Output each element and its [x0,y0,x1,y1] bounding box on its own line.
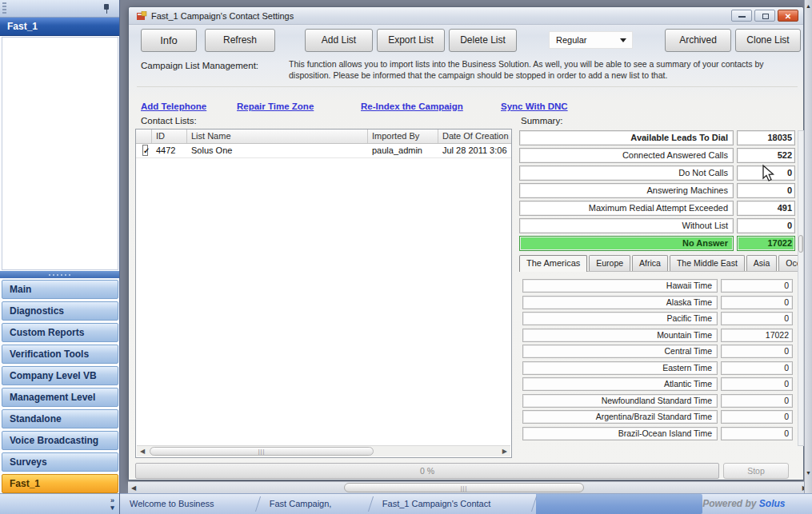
timezone-label: Hawaii Time [522,279,718,293]
timezone-value: 0 [721,377,793,391]
action-link[interactable]: Add Telephone [141,102,206,111]
timezone-row: Brazil-Ocean Island Time 0 [522,427,793,440]
selector-column-header[interactable] [136,129,152,143]
sidebar-footer: »▾ [0,493,119,514]
sidebar-nav-item[interactable]: Custom Reports [2,323,118,342]
timezone-value: 0 [721,427,793,440]
action-link[interactable]: Sync With DNC [501,102,568,111]
summary-row: Connected Answered Calls 522 [519,148,795,163]
summary-vertical-scrollbar[interactable] [798,130,804,446]
summary-row-value: 491 [737,201,795,216]
timezone-value: 0 [721,279,793,293]
timezone-label: Brazil-Ocean Island Time [522,427,718,440]
summary-row: No Answer 17022 [519,236,795,251]
toolbar-button[interactable]: Info [141,29,197,52]
status-bar: Welcome to Business SolutionFast Campaig… [120,493,812,514]
scrollbar-thumb[interactable] [798,235,803,253]
summary-row-label: Do Not Calls [519,165,734,181]
timezone-tab[interactable]: The Americas [519,255,587,272]
toolbar-button[interactable]: Refresh [205,29,275,52]
scroll-left-icon[interactable]: ◀ [140,448,145,456]
workspace-vertical-scrollbar[interactable]: ▲ ▼ [804,0,812,493]
timezone-tab[interactable]: Oceania [778,255,798,271]
column-header-imported-by[interactable]: Imported By [368,129,438,143]
scroll-left-icon[interactable]: ◀ [131,484,136,492]
toolbar-button[interactable]: Clone List [735,29,801,52]
column-header-date[interactable]: Date Of Creation [438,129,511,143]
summary-row: Maximum Redial Attempt Exceeded 491 [519,201,795,216]
timezone-tab[interactable]: Africa [632,255,668,271]
timezone-row: Newfoundland Standard Time 0 [522,394,793,408]
pin-icon[interactable] [102,3,111,14]
sidebar-toolbar [0,0,119,18]
scroll-up-icon[interactable]: ▲ [806,3,811,9]
list-type-select[interactable]: Regular [549,31,633,49]
timezone-value: 17022 [721,329,793,342]
sidebar-nav-item[interactable]: Standalone [2,409,118,428]
column-header-id[interactable]: ID [152,129,187,143]
statusbar-tab[interactable]: Fast Campaign, Fast_1 [260,494,373,514]
timezone-row: Central Time 0 [522,345,793,358]
overflow-chevron-icon[interactable]: »▾ [110,497,114,512]
statusbar-tab[interactable]: Welcome to Business Solution [120,494,260,514]
sidebar-nav-item[interactable]: Main [2,280,118,299]
dialog-titlebar[interactable]: Fast_1 Campaign's Contact Settings ✕ [129,7,803,25]
stop-button[interactable]: Stop [723,463,789,479]
scroll-down-icon[interactable]: ▼ [806,470,811,476]
timezone-tab[interactable]: Europe [589,255,630,271]
timezone-tab[interactable]: The Middle East [670,255,745,271]
sidebar-panel-title: Fast_1 [0,18,119,36]
sidebar-nav-item[interactable]: Voice Broadcasting [2,431,118,450]
toolbar-button[interactable]: Export List [377,29,445,52]
maximize-button[interactable] [754,10,775,22]
summary-row-value: 17022 [737,236,795,251]
summary-panel: Available Leads To Dial 18035 Connected … [519,130,795,253]
workspace-horizontal-scrollbar[interactable]: ◀ ||| ▶ [128,481,812,493]
sidebar-nav-item[interactable]: Verification Tools [2,345,118,364]
progress-bar: 0 % [135,463,719,479]
toolbar-button[interactable]: Delete List [449,29,517,52]
form-icon [137,11,147,21]
summary-label: Summary: [521,116,562,126]
summary-row-value: 18035 [737,130,795,145]
toolbar-button[interactable]: Add List [305,29,373,52]
timezone-row: Pacific Time 0 [522,312,793,325]
table-row[interactable]: 4472 Solus One paula_admin Jul 28 2011 3… [136,144,511,158]
sidebar-nav-item[interactable]: Fast_1 [2,474,118,493]
sidebar-nav-item[interactable]: Company Level VB [2,366,118,385]
sidebar: Fast_1 MainDiagnosticsCustom ReportsVeri… [0,0,120,514]
summary-row: Answering Machines 0 [519,183,795,198]
summary-row-value: 0 [737,218,795,233]
cell-id: 4472 [152,144,187,157]
minimize-button[interactable] [731,10,752,22]
timezone-label: Atlantic Time [522,377,718,391]
timezone-list: Hawaii Time 0 Alaska Time 0 Pacific Time… [522,279,793,443]
row-checkbox[interactable] [142,145,148,156]
sidebar-splitter[interactable] [0,271,119,278]
action-link[interactable]: Repair Time Zone [237,102,314,111]
scrollbar-thumb[interactable]: ||| [150,447,374,456]
column-header-list-name[interactable]: List Name [187,129,368,143]
summary-row-label: Answering Machines [519,183,734,198]
scrollbar-thumb[interactable]: ||| [344,483,584,492]
timezone-tab[interactable]: Asia [746,255,777,271]
scroll-right-icon[interactable]: ▶ [502,448,507,456]
summary-row: Do Not Calls 0 [519,165,795,181]
timezone-label: Mountain Time [522,329,718,342]
table-horizontal-scrollbar[interactable]: ◀ ||| ▶ [137,445,510,456]
action-link[interactable]: Re-Index the Campaign [361,102,463,111]
sidebar-nav-item[interactable]: Surveys [2,452,118,472]
drag-grip-icon[interactable] [2,2,6,15]
sidebar-tree-panel[interactable] [2,37,118,270]
table-body: 4472 Solus One paula_admin Jul 28 2011 3… [136,144,511,158]
action-links: Add TelephoneRepair Time ZoneRe-Index th… [129,102,803,114]
toolbar-button[interactable]: Archived [665,29,731,52]
mouse-cursor [762,165,776,182]
chevron-down-icon [620,38,626,42]
sidebar-nav-item[interactable]: Management Level [2,388,118,407]
summary-row-label: Connected Answered Calls [519,148,734,163]
close-button[interactable]: ✕ [778,10,798,22]
sidebar-nav-item[interactable]: Diagnostics [2,301,118,321]
summary-row: Without List 0 [519,218,795,233]
statusbar-tab[interactable]: Fast_1 Campaign's Contact Settings [373,494,536,514]
